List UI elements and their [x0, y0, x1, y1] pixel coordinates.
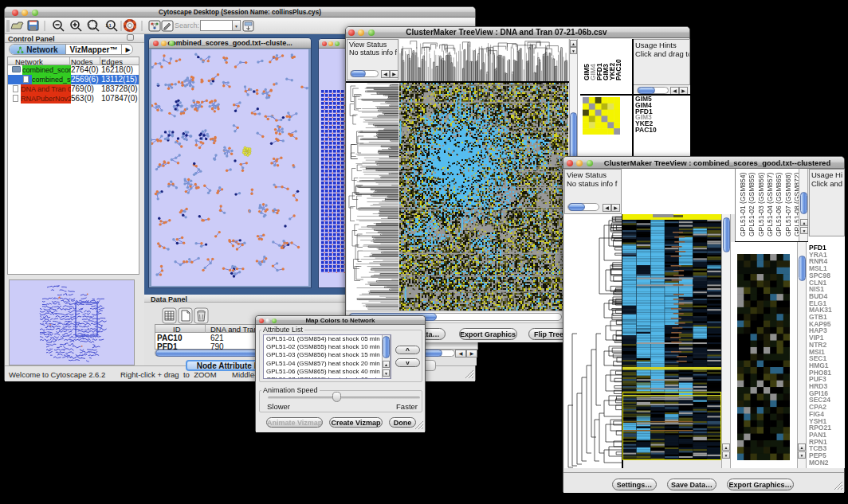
svg-text:1:1: 1:1	[105, 23, 111, 28]
